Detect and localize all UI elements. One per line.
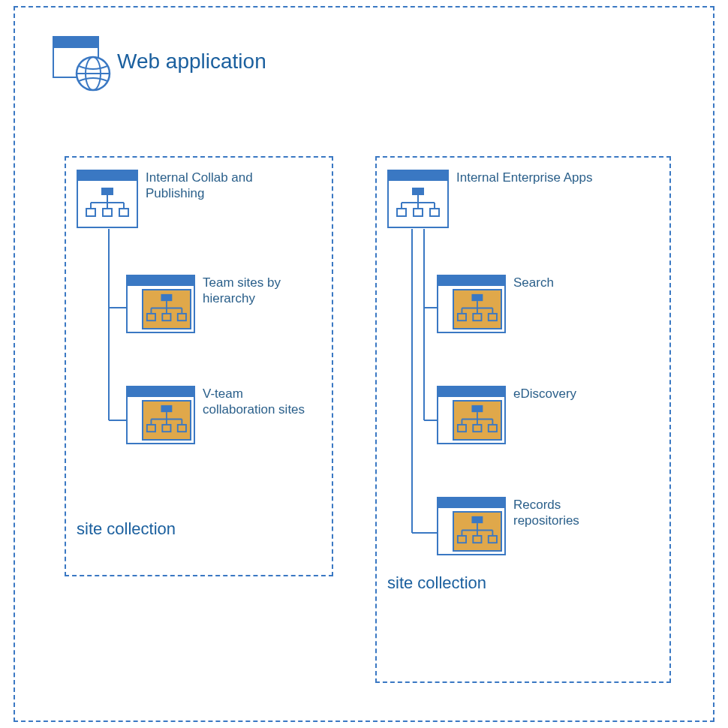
- subsite-hierarchy-icon: [437, 386, 506, 444]
- globe-icon: [75, 56, 111, 92]
- child-site-row: Team sites by hierarchy: [126, 275, 321, 333]
- child-site-row: V-team collaboration sites: [126, 386, 321, 444]
- root-site-label: Internal Enterprise Apps: [456, 170, 592, 185]
- subsite-hierarchy-icon: [126, 275, 195, 333]
- root-site-label: Internal Collab and Publishing: [146, 170, 273, 202]
- site-collections-row: Internal Collab and Publishing Team site…: [65, 156, 671, 683]
- child-site-label: eDiscovery: [513, 386, 576, 402]
- site-collection-2: Internal Enterprise Apps Search eDiscove…: [375, 156, 671, 683]
- subsite-hierarchy-icon: [437, 497, 506, 555]
- web-application-title: Web application: [117, 50, 266, 74]
- site-hierarchy-icon: [77, 170, 138, 228]
- web-application-header: Web application: [53, 36, 266, 87]
- child-site-label: V-team collaboration sites: [203, 386, 315, 418]
- root-site-row: Internal Enterprise Apps: [387, 170, 659, 228]
- child-site-row: Records repositories: [437, 497, 659, 555]
- child-site-label: Search: [513, 275, 554, 290]
- site-collection-label: site collection: [77, 519, 321, 539]
- site-collection-1: Internal Collab and Publishing Team site…: [65, 156, 333, 576]
- subsite-hierarchy-icon: [126, 386, 195, 444]
- subsite-hierarchy-icon: [437, 275, 506, 333]
- root-site-row: Internal Collab and Publishing: [77, 170, 321, 228]
- web-application-icon: [53, 36, 107, 87]
- child-site-row: eDiscovery: [437, 386, 659, 444]
- web-application-container: Web application Internal Collab and Publ…: [14, 6, 714, 722]
- site-hierarchy-icon: [387, 170, 449, 228]
- site-collection-label: site collection: [387, 573, 659, 593]
- child-site-label: Records repositories: [513, 497, 626, 529]
- child-site-row: Search: [437, 275, 659, 333]
- child-site-label: Team sites by hierarchy: [203, 275, 315, 307]
